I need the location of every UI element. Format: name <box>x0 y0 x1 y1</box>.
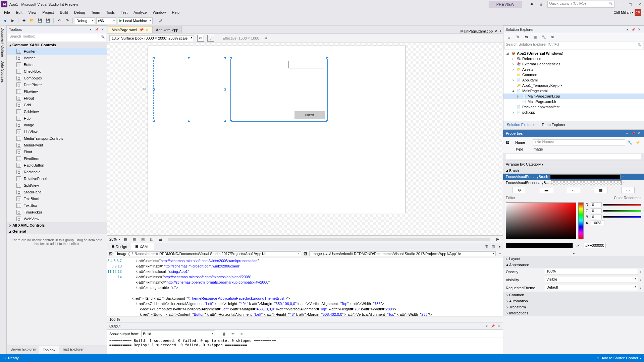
maximize-button[interactable]: ▢ <box>627 1 633 7</box>
vertical-split-icon[interactable]: ▥ <box>490 243 496 250</box>
sol-preview-icon[interactable]: 👁 <box>549 34 556 41</box>
toolbox-item-listview[interactable]: ◻ListView <box>7 128 107 135</box>
tree-root[interactable]: ◢📦App1 (Universal Windows) <box>503 51 644 56</box>
panel-close-icon[interactable]: ✕ <box>100 27 105 32</box>
color-b-input[interactable]: 0 <box>591 215 602 219</box>
zoom-value[interactable]: 25% <box>109 237 117 241</box>
menu-tools[interactable]: Tools <box>103 10 117 15</box>
selected-image[interactable] <box>153 58 225 121</box>
menu-help[interactable]: Help <box>169 10 182 15</box>
sol-dd-icon[interactable]: ▾ <box>625 27 630 32</box>
new-project-icon[interactable]: ✚ <box>20 17 27 24</box>
quick-launch-input[interactable]: Quick Launch (Ctrl+Q) <box>547 1 614 8</box>
toolbox-item-checkbox[interactable]: ◻CheckBox <box>7 68 107 75</box>
orientation-landscape-icon[interactable]: ▭ <box>197 35 204 42</box>
tab-design[interactable]: ⊞Design <box>107 243 131 250</box>
vtab-data-sources[interactable]: Data Sources <box>1 60 6 83</box>
opacity-input[interactable]: 100% <box>545 269 638 275</box>
arrange-by[interactable]: Arrange by: Category ▾ <box>503 161 644 168</box>
artboard[interactable]: Button <box>148 46 406 213</box>
add-source-control[interactable]: Add to Source Control <box>602 356 638 360</box>
undo-icon[interactable]: ↶ <box>56 17 62 24</box>
editor-tab[interactable]: Editor <box>506 196 516 200</box>
save-icon[interactable]: 💾 <box>37 17 43 24</box>
sol-refresh-icon[interactable]: ↻ <box>514 34 521 41</box>
tree-manifest[interactable]: 📄Package.appxmanifest <box>503 104 644 110</box>
btab-test-explorer[interactable]: Test Explorer <box>59 346 87 354</box>
section-automation[interactable]: ▷Automation <box>503 298 644 304</box>
doc-tab-preview[interactable]: MainPage.xaml.cpp✕▾ <box>458 29 503 33</box>
sol-sync-icon[interactable]: ⇆ <box>523 34 530 41</box>
menu-edit[interactable]: Edit <box>13 10 25 15</box>
output-clear-icon[interactable]: 🗑 <box>221 330 227 337</box>
btab-toolbox[interactable]: Toolbox <box>39 346 59 354</box>
brush-gradient-icon[interactable]: ▭ <box>567 187 580 193</box>
tab-close-icon[interactable]: ✕ <box>146 28 149 32</box>
menu-team[interactable]: Team <box>89 10 103 15</box>
sol-close-icon[interactable]: ✕ <box>637 27 642 32</box>
menu-window[interactable]: Window <box>150 10 168 15</box>
color-g-input[interactable]: 0 <box>591 208 602 213</box>
orientation-portrait-icon[interactable]: ▯ <box>207 35 214 42</box>
toolbox-item-hub[interactable]: ◻Hub <box>7 115 107 122</box>
menu-project[interactable]: Project <box>40 10 56 15</box>
tree-mainpage-cpp[interactable]: ▷📄MainPage.xaml.cpp <box>503 94 644 99</box>
visibility-dropdown[interactable]: Visible <box>545 277 638 283</box>
output-pin-icon[interactable]: 📌 <box>490 324 495 328</box>
tree-mainpage-h[interactable]: 📄MainPage.xaml.h <box>503 99 644 104</box>
prop-dd-icon[interactable]: ▾ <box>625 131 629 136</box>
toolbox-item-splitview[interactable]: ◻SplitView <box>7 182 107 189</box>
platform-dropdown[interactable]: x86 <box>96 17 116 24</box>
notifications-icon[interactable]: ⚑ <box>529 1 535 7</box>
events-icon[interactable]: ⚡ <box>635 139 641 146</box>
toolbox-item-webview[interactable]: ◻WebView <box>7 216 107 222</box>
tree-mainpage[interactable]: ◢📄MainPage.xaml <box>503 88 644 94</box>
sol-home-icon[interactable]: ⌂ <box>505 34 512 41</box>
redo-icon[interactable]: ↷ <box>64 17 70 24</box>
device-dropdown[interactable]: 13.5" Surface Book (3000 × 2000) 200% sc… <box>109 35 194 41</box>
snap2-icon[interactable]: ▤ <box>140 236 146 243</box>
bc-plus-icon[interactable]: ＋ <box>496 250 503 257</box>
brush-resource-icon[interactable]: ▭ <box>621 187 635 193</box>
vtab-doc-outline[interactable]: Document Outline <box>1 27 6 57</box>
scroll-right-icon[interactable]: ▶ <box>494 236 501 243</box>
bc-right[interactable]: Image (../../Users/ericmitt.REDMOND/Docu… <box>309 251 496 256</box>
output-toggle-icon[interactable]: ≡ <box>238 330 245 337</box>
btab-server-explorer[interactable]: Server Explorer <box>7 346 39 354</box>
toolbox-item-pointer[interactable]: ◻Pointer <box>7 48 107 55</box>
toolbox-item-flipview[interactable]: ◻FlipView <box>7 88 107 95</box>
panel-dropdown-icon[interactable]: ▾ <box>88 27 93 32</box>
feedback-icon[interactable]: ☺ <box>538 1 544 7</box>
tree-tempkey[interactable]: 🔑App1_TemporaryKey.pfx <box>503 83 644 88</box>
wrench-icon[interactable]: 🔧 <box>627 139 633 146</box>
split-vert-icon[interactable]: ⬓ <box>157 236 164 243</box>
menu-analyze[interactable]: Analyze <box>131 10 149 15</box>
section-transform[interactable]: ▷Transform <box>503 304 644 310</box>
tree-pchcpp[interactable]: ▷📄pch.cpp <box>503 110 644 115</box>
expand-more-icon[interactable]: ⌄ <box>503 250 644 256</box>
toolbox-group-common[interactable]: ◢Common XAML Controls <box>7 42 107 48</box>
selected-grid[interactable]: Button <box>230 58 328 122</box>
prop-pin-icon[interactable]: 📌 <box>631 131 635 136</box>
toolbox-item-stackpanel[interactable]: ◻StackPanel <box>7 189 107 195</box>
toolbox-item-timepicker[interactable]: ◻TimePicker <box>7 209 107 216</box>
tree-appxaml[interactable]: ▷📄App.xaml <box>503 77 644 83</box>
section-common[interactable]: ▷Common <box>503 292 644 298</box>
collapse-pane-icon[interactable]: ▾ <box>496 243 503 250</box>
toolbox-item-image[interactable]: ◻Image <box>7 122 107 128</box>
toolbox-item-grid[interactable]: ◻Grid <box>7 102 107 108</box>
menu-file[interactable]: File <box>1 10 13 15</box>
prop-search-input[interactable] <box>506 154 641 160</box>
publish-icon[interactable]: ↥ <box>597 356 600 360</box>
design-canvas[interactable]: 116 42 Button <box>107 43 503 235</box>
color-hex-input[interactable]: #FF000000 <box>584 243 606 248</box>
toolbox-item-combobox[interactable]: ◻ComboBox <box>7 75 107 81</box>
color-hue-slider[interactable] <box>578 202 584 239</box>
color-a-input[interactable]: 100% <box>591 221 604 225</box>
brush-solid-icon[interactable]: ▬ <box>540 187 553 193</box>
output-close-icon[interactable]: ✕ <box>496 324 501 328</box>
doc-tab-mainpage[interactable]: MainPage.xaml📌✕ <box>108 26 152 33</box>
menu-debug[interactable]: Debug <box>71 10 88 15</box>
prop-name-input[interactable]: <No Name> <box>533 139 625 145</box>
split-horiz-icon[interactable]: ◫ <box>148 236 155 243</box>
